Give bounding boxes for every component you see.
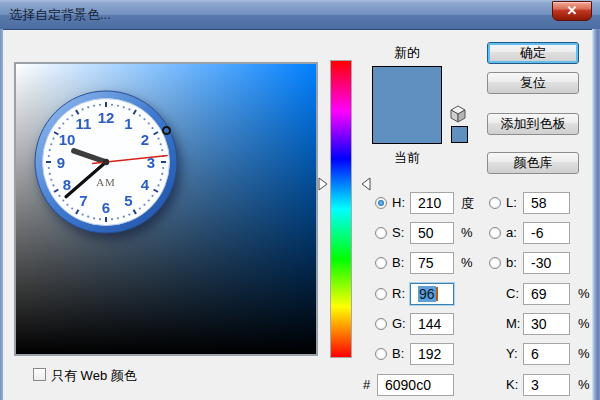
clock-meridiem: AM xyxy=(96,176,116,188)
window-border-right xyxy=(592,29,600,400)
b-rgb-field[interactable]: 192 xyxy=(410,343,454,365)
g-label: G: xyxy=(392,316,406,331)
color-library-button[interactable]: 颜色库 xyxy=(487,152,579,174)
new-current-color-swatch xyxy=(372,66,442,144)
current-color-label: 当前 xyxy=(372,149,442,167)
close-button[interactable]: ✕ xyxy=(552,1,592,21)
hex-field[interactable]: 6090c0 xyxy=(377,374,454,396)
svg-text:7: 7 xyxy=(79,192,87,209)
clock-center-cap xyxy=(103,159,109,165)
svg-text:5: 5 xyxy=(124,192,132,209)
l-field[interactable]: 58 xyxy=(523,192,570,214)
r-label: R: xyxy=(392,286,405,301)
b-lab-label: b: xyxy=(506,255,517,270)
radio-r[interactable] xyxy=(375,288,387,300)
c-field[interactable]: 69 xyxy=(523,283,570,305)
hue-slider[interactable] xyxy=(330,60,352,358)
radio-b-lab[interactable] xyxy=(489,257,501,269)
radio-a[interactable] xyxy=(489,227,501,239)
dialog-title: 选择自定背景色... xyxy=(9,6,111,24)
svg-text:3: 3 xyxy=(147,154,155,171)
radio-l[interactable] xyxy=(489,197,501,209)
c-unit: % xyxy=(578,286,590,301)
m-field[interactable]: 30 xyxy=(523,313,570,335)
new-color-label: 新的 xyxy=(372,44,442,62)
window-border-left xyxy=(0,29,3,400)
m-label: M: xyxy=(506,316,520,331)
svg-text:4: 4 xyxy=(141,176,150,193)
ok-button[interactable]: 确定 xyxy=(487,42,579,64)
reset-button[interactable]: 复位 xyxy=(487,72,579,94)
radio-h[interactable] xyxy=(375,197,387,209)
web-safe-cube-icon[interactable] xyxy=(448,104,468,124)
a-label: a: xyxy=(506,225,517,240)
y-label: Y: xyxy=(506,346,518,361)
k-unit: % xyxy=(578,377,590,392)
h-field[interactable]: 210 xyxy=(410,192,454,214)
svg-text:8: 8 xyxy=(63,176,71,193)
h-unit: 度 xyxy=(461,195,474,213)
web-colors-only-label: 只有 Web 颜色 xyxy=(51,367,137,385)
g-field[interactable]: 144 xyxy=(410,313,454,335)
k-label: K: xyxy=(506,377,518,392)
color-selection-marker[interactable] xyxy=(162,126,171,135)
y-unit: % xyxy=(578,346,590,361)
l-label: L: xyxy=(506,195,517,210)
b-brightness-unit: % xyxy=(461,255,473,270)
web-colors-only-checkbox[interactable] xyxy=(33,368,46,381)
add-to-swatches-button[interactable]: 添加到色板 xyxy=(487,113,579,135)
radio-s[interactable] xyxy=(375,227,387,239)
radio-b-brightness[interactable] xyxy=(375,257,387,269)
r-field[interactable]: 96 xyxy=(410,283,454,305)
hue-slider-left-arrow[interactable] xyxy=(318,177,328,191)
c-label: C: xyxy=(506,286,519,301)
a-field[interactable]: -6 xyxy=(523,222,570,244)
hue-slider-right-arrow[interactable] xyxy=(361,177,371,191)
saturation-brightness-field[interactable]: 121234567891011 AM xyxy=(14,62,318,356)
text-caret xyxy=(436,287,438,301)
svg-text:12: 12 xyxy=(98,109,115,126)
svg-text:1: 1 xyxy=(124,115,132,132)
svg-text:9: 9 xyxy=(57,154,65,171)
svg-text:2: 2 xyxy=(141,131,149,148)
b-rgb-label: B: xyxy=(392,346,404,361)
h-label: H: xyxy=(392,195,405,210)
s-field[interactable]: 50 xyxy=(410,222,454,244)
clock-widget[interactable]: 121234567891011 AM xyxy=(31,87,181,237)
svg-text:11: 11 xyxy=(76,115,92,132)
close-icon: ✕ xyxy=(567,3,578,18)
color-picker-dialog: 选择自定背景色... ✕ 121234567891011 AM xyxy=(0,0,600,400)
y-field[interactable]: 6 xyxy=(523,343,570,365)
b-lab-field[interactable]: -30 xyxy=(523,252,570,274)
titlebar: 选择自定背景色... ✕ xyxy=(0,0,600,30)
b-brightness-label: B: xyxy=(392,255,404,270)
web-safe-color-swatch[interactable] xyxy=(451,126,468,143)
svg-text:10: 10 xyxy=(59,131,76,148)
b-brightness-field[interactable]: 75 xyxy=(410,252,454,274)
s-label: S: xyxy=(392,225,404,240)
hex-prefix-label: # xyxy=(363,377,370,392)
radio-g[interactable] xyxy=(375,318,387,330)
s-unit: % xyxy=(461,225,473,240)
k-field[interactable]: 3 xyxy=(523,374,570,396)
radio-b-rgb[interactable] xyxy=(375,348,387,360)
m-unit: % xyxy=(578,316,590,331)
svg-text:6: 6 xyxy=(102,199,110,216)
